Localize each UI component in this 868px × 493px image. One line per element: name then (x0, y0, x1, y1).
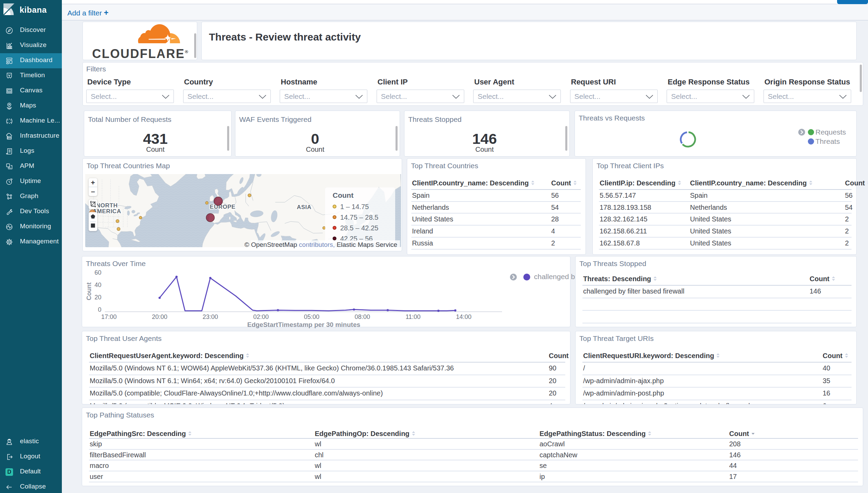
svg-text:ASIA: ASIA (297, 204, 312, 210)
svg-text:EUROPE: EUROPE (210, 204, 236, 210)
